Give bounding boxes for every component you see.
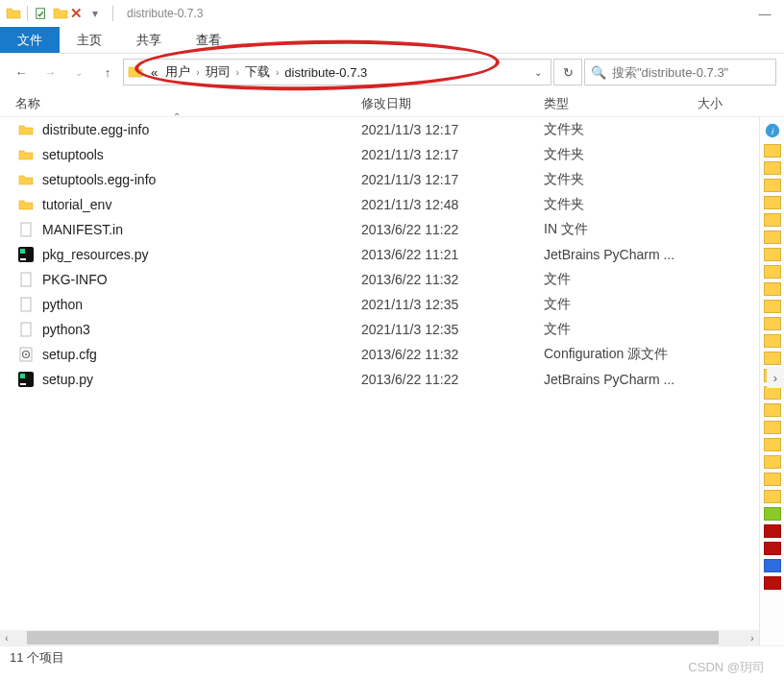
status-bar: 11 个项目 <box>0 645 784 668</box>
file-name: tutorial_env <box>42 197 361 212</box>
mini-thumb <box>764 144 781 158</box>
scroll-left-icon[interactable]: ‹ <box>0 633 13 644</box>
file-type: 文件 <box>544 296 717 313</box>
header-name[interactable]: 名称 <box>15 95 361 112</box>
file-date: 2021/11/3 12:17 <box>361 122 544 137</box>
file-date: 2021/11/3 12:17 <box>361 172 544 187</box>
table-row[interactable]: pkg_resources.py2013/6/22 11:21JetBrains… <box>0 242 757 267</box>
search-box[interactable]: 🔍 <box>584 59 776 85</box>
table-row[interactable]: setup.cfg2013/6/22 11:32Configuration 源文… <box>0 342 757 367</box>
chevron-right-icon: › <box>194 67 201 78</box>
mini-thumb <box>764 403 781 417</box>
scrollbar-thumb[interactable] <box>27 631 719 644</box>
breadcrumb-item[interactable]: distribute-0.7.3 <box>281 65 371 80</box>
file-icon <box>17 321 35 338</box>
folder-icon <box>17 121 35 138</box>
minimize-button[interactable]: — <box>746 0 784 27</box>
file-tab[interactable]: 文件 <box>0 27 60 53</box>
scroll-right-icon[interactable]: › <box>746 633 759 644</box>
refresh-button[interactable]: ↻ <box>553 59 582 85</box>
qat-dropdown-icon[interactable]: ▾ <box>87 6 103 21</box>
file-date: 2021/11/3 12:17 <box>361 147 544 162</box>
mini-thumb <box>764 490 781 503</box>
breadcrumb-item[interactable]: 用户 <box>161 63 194 81</box>
file-name: setuptools.egg-info <box>42 172 361 187</box>
separator <box>27 6 28 21</box>
address-dropdown-icon[interactable]: ⌄ <box>529 67 547 78</box>
watermark: CSDN @玥司 <box>688 659 765 676</box>
breadcrumb-item[interactable]: 下载 <box>241 63 274 81</box>
back-button[interactable]: ← <box>8 59 35 85</box>
address-bar[interactable]: « 用户 › 玥司 › 下载 › distribute-0.7.3 ⌄ <box>123 59 551 85</box>
file-date: 2021/11/3 12:48 <box>361 197 544 212</box>
table-row[interactable]: python32021/11/3 12:35文件 <box>0 317 757 342</box>
cfg-icon <box>17 346 35 363</box>
mini-thumb <box>764 213 781 227</box>
tab-home[interactable]: 主页 <box>60 27 119 53</box>
window-title: distribute-0.7.3 <box>127 7 203 20</box>
mini-thumb <box>764 473 781 486</box>
table-row[interactable]: tutorial_env2021/11/3 12:48文件夹 <box>0 192 757 217</box>
mini-thumb <box>764 179 781 192</box>
file-date: 2013/6/22 11:21 <box>361 247 544 262</box>
content-area: distribute.egg-info2021/11/3 12:17文件夹set… <box>0 117 784 645</box>
file-date: 2013/6/22 11:32 <box>361 272 544 287</box>
qat-close-icon[interactable]: ✕ <box>68 6 84 21</box>
mini-thumb <box>764 265 781 279</box>
forward-button[interactable]: → <box>37 59 63 85</box>
breadcrumb-prefix[interactable]: « <box>147 65 161 80</box>
nav-row: ← → ⌄ ↑ « 用户 › 玥司 › 下载 › distribute-0.7.… <box>0 54 784 90</box>
tab-share[interactable]: 共享 <box>119 27 179 53</box>
folder-icon <box>17 146 35 163</box>
qat-properties-icon[interactable] <box>34 6 49 21</box>
breadcrumb-item[interactable]: 玥司 <box>202 63 234 81</box>
pycharm-icon <box>17 246 35 263</box>
file-type: JetBrains PyCharm ... <box>544 372 717 387</box>
mini-thumb <box>764 352 781 365</box>
file-type: 文件夹 <box>544 121 717 138</box>
file-name: MANIFEST.in <box>42 222 361 237</box>
mini-thumb <box>764 559 781 572</box>
file-name: distribute.egg-info <box>42 122 361 137</box>
status-text: 11 个项目 <box>10 649 64 667</box>
scroll-right-button[interactable]: › <box>767 367 784 388</box>
folder-icon <box>17 171 35 188</box>
mini-thumb <box>764 455 781 469</box>
chevron-right-icon: › <box>234 67 241 78</box>
file-name: python3 <box>42 322 361 337</box>
svg-point-10 <box>25 353 27 355</box>
table-row[interactable]: python2021/11/3 12:35文件 <box>0 292 757 317</box>
tab-view[interactable]: 查看 <box>179 27 238 53</box>
mini-thumb <box>764 386 781 400</box>
table-row[interactable]: PKG-INFO2013/6/22 11:32文件 <box>0 267 757 292</box>
search-input[interactable] <box>612 65 773 80</box>
info-icon[interactable]: i <box>763 121 782 140</box>
file-type: 文件 <box>544 271 717 288</box>
recent-dropdown[interactable]: ⌄ <box>65 59 92 85</box>
horizontal-scrollbar[interactable]: ‹ › <box>0 630 759 645</box>
file-date: 2013/6/22 11:32 <box>361 347 544 362</box>
mini-thumb <box>764 231 781 244</box>
file-type: 文件夹 <box>544 171 717 188</box>
qat-folder-icon[interactable] <box>53 6 68 21</box>
window-controls: — <box>746 0 784 27</box>
table-row[interactable]: setuptools.egg-info2021/11/3 12:17文件夹 <box>0 167 757 192</box>
up-button[interactable]: ↑ <box>94 59 121 85</box>
file-date: 2021/11/3 12:35 <box>361 322 544 337</box>
header-type[interactable]: 类型 <box>544 95 698 112</box>
svg-rect-0 <box>37 9 45 19</box>
mini-thumb <box>764 300 781 313</box>
table-row[interactable]: MANIFEST.in2013/6/22 11:22IN 文件 <box>0 217 757 242</box>
file-icon <box>17 271 35 288</box>
file-icon <box>17 296 35 313</box>
column-headers: 名称 修改日期 类型 大小 ⌃ <box>0 90 784 117</box>
table-row[interactable]: setuptools2021/11/3 12:17文件夹 <box>0 142 757 167</box>
chevron-right-icon: › <box>274 67 281 78</box>
folder-icon <box>128 64 143 80</box>
table-row[interactable]: distribute.egg-info2021/11/3 12:17文件夹 <box>0 117 757 142</box>
header-date[interactable]: 修改日期 <box>361 95 544 112</box>
file-type: JetBrains PyCharm ... <box>544 247 717 262</box>
header-size[interactable]: 大小 <box>698 95 755 112</box>
table-row[interactable]: setup.py2013/6/22 11:22JetBrains PyCharm… <box>0 367 757 392</box>
svg-rect-12 <box>20 374 25 378</box>
